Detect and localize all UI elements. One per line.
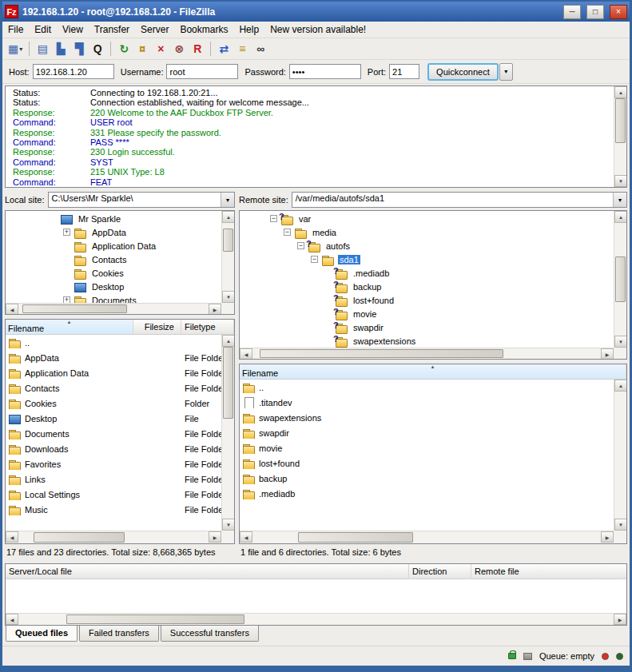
- menu-item-new-version-available[interactable]: New version available!: [264, 22, 372, 37]
- collapse-icon[interactable]: −: [270, 215, 277, 222]
- remote-tree-item-sda1[interactable]: −sda1: [240, 252, 614, 266]
- scroll-down-icon[interactable]: ▼: [614, 175, 627, 187]
- local-file-row-item[interactable]: ..: [6, 335, 221, 350]
- collapse-icon[interactable]: −: [284, 229, 291, 236]
- scroll-down-icon[interactable]: ▼: [222, 519, 235, 531]
- cancel-icon[interactable]: ×: [152, 40, 169, 58]
- local-tree-item-cookies[interactable]: Cookies: [6, 266, 221, 280]
- scrollbar-thumb[interactable]: [22, 304, 127, 313]
- remote-site-combo[interactable]: /var/media/autofs/sda1 ▾: [292, 192, 627, 208]
- scroll-right-icon[interactable]: ▶: [601, 348, 614, 360]
- scrollbar-track[interactable]: [252, 531, 601, 543]
- maximize-button[interactable]: □: [586, 5, 604, 19]
- scroll-left-icon[interactable]: ◀: [6, 614, 18, 625]
- vertical-scrollbar[interactable]: ▲▼: [614, 86, 626, 187]
- scrollbar-thumb[interactable]: [615, 256, 626, 301]
- tab-failed-transfers[interactable]: Failed transfers: [79, 626, 159, 642]
- menu-item-view[interactable]: View: [57, 22, 89, 37]
- scroll-left-icon[interactable]: ◀: [240, 531, 252, 543]
- scrollbar-thumb[interactable]: [298, 532, 413, 543]
- username-input[interactable]: [166, 64, 238, 79]
- local-file-row-contacts[interactable]: ContactsFile Folder: [6, 380, 221, 396]
- menu-item-file[interactable]: File: [2, 22, 29, 37]
- remote-tree-item-mediadb[interactable]: ?.mediadb: [240, 266, 614, 280]
- scroll-right-icon[interactable]: ▶: [601, 531, 614, 543]
- horizontal-scrollbar[interactable]: ◀▶: [6, 531, 221, 543]
- local-site-combo[interactable]: C:\Users\Mr Sparkle\ ▾: [48, 192, 235, 208]
- minimize-button[interactable]: ─: [563, 5, 581, 19]
- menu-item-server[interactable]: Server: [135, 22, 174, 37]
- horizontal-scrollbar[interactable]: ◀▶: [6, 613, 626, 625]
- vertical-scrollbar[interactable]: ▲▼: [221, 335, 234, 531]
- tab-queued-files[interactable]: Queued files: [6, 626, 78, 642]
- vertical-scrollbar[interactable]: ▲▼: [221, 211, 234, 303]
- scroll-up-icon[interactable]: ▲: [614, 380, 627, 392]
- synchronized-browsing-icon[interactable]: ≡: [233, 40, 251, 58]
- host-input[interactable]: [33, 64, 114, 79]
- column-header-filetype[interactable]: Filetype: [181, 320, 234, 334]
- directory-comparison-icon[interactable]: ⇄: [215, 40, 233, 58]
- remote-tree-item-var[interactable]: −?var: [240, 212, 614, 225]
- vertical-scrollbar[interactable]: ▲▼: [614, 211, 626, 348]
- scroll-right-icon[interactable]: ▶: [614, 614, 626, 625]
- expand-icon[interactable]: +: [63, 296, 70, 303]
- scroll-right-icon[interactable]: ▶: [209, 531, 221, 543]
- local-tree-item-appdata[interactable]: +AppData: [6, 225, 221, 239]
- menu-item-transfer[interactable]: Transfer: [89, 22, 135, 37]
- local-file-row-favorites[interactable]: FavoritesFile Folder: [6, 456, 221, 471]
- scrollbar-thumb[interactable]: [260, 349, 503, 358]
- remote-tree-item-movie[interactable]: ?movie: [240, 307, 614, 320]
- scrollbar-track[interactable]: [614, 392, 626, 519]
- scroll-up-icon[interactable]: ▲: [614, 86, 627, 98]
- remote-file-row-swapextensions[interactable]: swapextensions: [240, 410, 614, 425]
- local-file-row-music[interactable]: MusicFile Folder: [6, 502, 221, 517]
- local-file-row-local-settings[interactable]: Local SettingsFile Folder: [6, 487, 221, 502]
- scroll-left-icon[interactable]: ◀: [240, 348, 252, 360]
- scroll-up-icon[interactable]: ▲: [222, 211, 235, 223]
- column-header-filename[interactable]: Filename▴: [6, 320, 133, 334]
- remote-file-row-item[interactable]: ..: [240, 380, 614, 395]
- remote-file-row-lost-found[interactable]: lost+found: [240, 455, 614, 471]
- menu-item-bookmarks[interactable]: Bookmarks: [174, 22, 233, 37]
- menu-item-help[interactable]: Help: [233, 22, 264, 37]
- collapse-icon[interactable]: −: [311, 256, 318, 263]
- scrollbar-thumb[interactable]: [66, 614, 245, 624]
- port-input[interactable]: [389, 64, 419, 79]
- reconnect-icon[interactable]: R: [189, 40, 206, 58]
- local-file-row-links[interactable]: LinksFile Folder: [6, 471, 221, 487]
- local-tree-item-mr-sparkle[interactable]: Mr Sparkle: [6, 212, 221, 225]
- remote-tree-item-autofs[interactable]: −?autofs: [240, 239, 614, 252]
- scrollbar-track[interactable]: [18, 304, 209, 314]
- collapse-icon[interactable]: −: [297, 242, 304, 249]
- remote-file-row-swapdir[interactable]: swapdir: [240, 425, 614, 440]
- horizontal-scrollbar[interactable]: ◀▶: [240, 348, 614, 359]
- scroll-down-icon[interactable]: ▼: [614, 336, 627, 348]
- remote-tree-item-backup[interactable]: ?backup: [240, 280, 614, 293]
- scrollbar-thumb[interactable]: [223, 347, 233, 419]
- toggle-local-tree-icon[interactable]: ▙: [52, 40, 70, 58]
- vertical-scrollbar[interactable]: ▲▼: [614, 380, 626, 531]
- scrollbar-thumb[interactable]: [615, 98, 626, 143]
- title-bar[interactable]: Fz 192.168.1.20 - root@192.168.1.20 - Fi…: [2, 2, 630, 22]
- local-file-row-downloads[interactable]: DownloadsFile Folder: [6, 441, 221, 456]
- quickconnect-button[interactable]: Quickconnect: [427, 63, 499, 81]
- tab-successful-transfers[interactable]: Successful transfers: [161, 626, 259, 642]
- menu-item-edit[interactable]: Edit: [29, 22, 57, 37]
- scroll-down-icon[interactable]: ▼: [222, 291, 235, 303]
- local-tree-item-application-data[interactable]: Application Data: [6, 239, 221, 252]
- scroll-up-icon[interactable]: ▲: [614, 211, 627, 223]
- scrollbar-track[interactable]: [222, 223, 234, 291]
- scrollbar-track[interactable]: [252, 348, 601, 359]
- remote-file-row-backup[interactable]: backup: [240, 471, 614, 486]
- remote-site-dropdown-icon[interactable]: ▾: [613, 193, 626, 207]
- scrollbar-track[interactable]: [614, 223, 626, 336]
- local-file-row-documents[interactable]: DocumentsFile Folder: [6, 426, 221, 441]
- column-header-filesize[interactable]: Filesize: [133, 320, 181, 334]
- scroll-down-icon[interactable]: ▼: [614, 519, 627, 531]
- scrollbar-thumb[interactable]: [34, 532, 125, 543]
- close-button[interactable]: ×: [610, 5, 627, 19]
- local-file-row-cookies[interactable]: CookiesFolder: [6, 396, 221, 411]
- process-queue-icon[interactable]: ¤: [133, 40, 151, 58]
- scrollbar-track[interactable]: [614, 98, 626, 175]
- local-file-row-desktop[interactable]: DesktopFile: [6, 411, 221, 426]
